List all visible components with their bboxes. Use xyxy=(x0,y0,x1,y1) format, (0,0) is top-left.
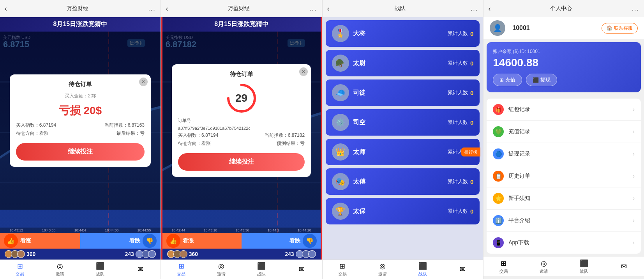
nav-item-trade-1[interactable]: ⊞ 交易 xyxy=(0,262,40,277)
modal-close-2[interactable]: ✕ xyxy=(299,67,308,76)
nav-item-trade-3[interactable]: ⊞ 交易 xyxy=(323,262,363,277)
time-tick-2e: 18:44:28 xyxy=(298,228,311,232)
contact-btn-label: 联系客服 xyxy=(614,25,633,32)
rank-card-3[interactable]: ⚙️ 司空 累计人数 0 xyxy=(326,109,480,136)
modal-close-1[interactable]: ✕ xyxy=(139,78,148,86)
team-label-4: 战队 xyxy=(580,268,588,274)
more-button-1[interactable]: ... xyxy=(148,5,155,12)
nav-item-msg-4[interactable]: ✉ xyxy=(604,262,644,272)
arrow-icon-2: › xyxy=(633,150,635,157)
trading-header-1: 8月15日涨跌竞猜中 xyxy=(0,17,161,32)
nav-item-invite-2[interactable]: ◎ 邀请 xyxy=(201,262,242,277)
back-button-1[interactable]: ‹ xyxy=(5,5,7,13)
app-title-2: 万盈财经 xyxy=(228,5,250,12)
status-bar-2: ‹ 万盈财经 ... xyxy=(161,0,322,17)
trading-panel-1: 8月15日涨跌竞猜中 美元指数 USD 6.8715 进行中 xyxy=(0,17,161,260)
invite-label-1: 邀请 xyxy=(56,271,64,277)
rank-card-0[interactable]: 🎖️ 大将 累计人数 0 xyxy=(326,20,480,47)
loss-text-1: 亏损 20$ xyxy=(16,103,145,118)
withdraw-label: 提现 xyxy=(540,76,550,83)
nav-item-invite-1[interactable]: ◎ 邀请 xyxy=(40,262,80,277)
bottom-nav-3: ⊞ 交易 ◎ 邀请 ⬛ 战队 ✉ xyxy=(323,260,483,279)
contact-service-btn[interactable]: 🏠 联系客服 xyxy=(602,23,638,34)
nav-item-msg-3[interactable]: ✉ xyxy=(443,265,483,274)
rank-card-2[interactable]: 🧢 司徒 累计人数 0 xyxy=(326,79,480,106)
panel-1: ‹ 万盈财经 ... 8月15日涨跌竞猜中 美元指数 USD 6.8715 进行… xyxy=(0,0,161,279)
back-button-3[interactable]: ‹ xyxy=(327,5,330,13)
rank-name-1: 太尉 xyxy=(353,59,365,67)
menu-item-tixian[interactable]: 🔵 提现记录 › xyxy=(487,143,641,165)
modal-title-2: 待仓订单 xyxy=(178,71,305,78)
more-button-4[interactable]: ... xyxy=(632,5,639,12)
rank-count-3: 0 xyxy=(470,119,473,126)
bull-count-1: 360 xyxy=(26,251,35,257)
nav-item-trade-4[interactable]: ⊞ 交易 xyxy=(483,259,524,274)
panel-4: ‹ 个人中心 ... 👤 10001 🏠 联系客服 账户余额 ($) ID: 1… xyxy=(483,0,644,279)
platform-icon: ℹ️ xyxy=(493,215,504,226)
bull-icon-2: 👍 xyxy=(166,234,180,248)
page-title-3: 战队 xyxy=(395,5,406,12)
continue-bet-btn-1[interactable]: 继续投注 xyxy=(16,143,145,161)
rank-avatar-1: 🪖 xyxy=(332,55,349,72)
rank-right-6: 累计人数 0 xyxy=(448,208,473,215)
service-icon: 🏠 xyxy=(607,25,612,31)
rank-badge-4[interactable]: 排行榜 xyxy=(461,148,480,157)
stats-left-2: 360 xyxy=(167,250,198,258)
bull-button-2[interactable]: 👍 看涨 xyxy=(162,233,242,249)
invite-icon-3: ◎ xyxy=(379,262,386,270)
nav-item-team-3[interactable]: ⬛ 战队 xyxy=(402,262,443,277)
modal-box-2: ✕ 待仓订单 29 订单号： a87ff679a2f3e71d9181a67b7… xyxy=(172,64,311,177)
stats-left-1: 360 xyxy=(5,250,35,258)
bear-button-2[interactable]: 看跌 👎 xyxy=(242,233,321,249)
rank-card-left-5: 🎭 太傅 xyxy=(332,173,365,190)
nav-item-team-2[interactable]: ⬛ 战队 xyxy=(242,262,282,277)
rank-right-2: 累计人数 0 xyxy=(448,89,473,96)
more-button-3[interactable]: ... xyxy=(471,5,478,12)
nav-item-team-4[interactable]: ⬛ 战队 xyxy=(564,259,604,274)
nav-item-msg-2[interactable]: ✉ xyxy=(282,265,322,274)
nav-item-trade-2[interactable]: ⊞ 交易 xyxy=(161,262,201,277)
arrow-icon-3: › xyxy=(633,173,635,180)
rank-card-4[interactable]: 👑 太师 累计人数 0 排行榜 xyxy=(326,139,480,165)
bull-button-1[interactable]: 👍 看涨 xyxy=(0,233,80,249)
menu-item-chongzhi[interactable]: 💚 充值记录 › xyxy=(487,121,641,143)
menu-item-newbie[interactable]: ⭐ 新手须知 › xyxy=(487,187,641,210)
rank-right-3: 累计人数 0 xyxy=(448,119,473,126)
nav-item-team-1[interactable]: ⬛ 战队 xyxy=(80,262,120,277)
avatar: 👤 xyxy=(490,20,505,36)
menu-item-hongbao[interactable]: 🎁 红包记录 › xyxy=(487,99,641,121)
nav-item-invite-4[interactable]: ◎ 邀请 xyxy=(524,259,564,274)
app-title-1: 万盈财经 xyxy=(67,5,88,12)
menu-item-platform[interactable]: ℹ️ 平台介绍 › xyxy=(487,210,641,232)
status-bar-1: ‹ 万盈财经 ... xyxy=(0,0,161,17)
modal-info-row-1a: 买入指数：6.87194 当前指数：6.87163 xyxy=(16,122,145,129)
rank-card-1[interactable]: 🪖 太尉 累计人数 0 xyxy=(326,50,480,76)
trade-icon-3: ⊞ xyxy=(339,262,345,270)
status-bar-4: ‹ 个人中心 ... xyxy=(483,0,644,17)
team-icon-1: ⬛ xyxy=(96,262,104,270)
rank-right-5: 累计人数 0 xyxy=(448,178,473,185)
arrow-icon-5: › xyxy=(633,217,635,224)
time-tick-1e: 18:44:55 xyxy=(138,228,151,232)
menu-item-app[interactable]: 📱 App下载 › xyxy=(487,232,641,254)
withdraw-btn[interactable]: ⬛ 提现 xyxy=(526,74,557,86)
continue-bet-btn-2[interactable]: 继续投注 xyxy=(178,153,305,171)
time-tick-2b: 18:43:10 xyxy=(203,228,217,232)
back-button-2[interactable]: ‹ xyxy=(166,5,168,13)
nav-item-msg-1[interactable]: ✉ xyxy=(120,265,161,274)
menu-item-history[interactable]: 📋 历史订单 › xyxy=(487,165,641,187)
charge-btn[interactable]: ⊞ 充值 xyxy=(493,74,522,86)
team-icon-3: ⬛ xyxy=(418,262,427,270)
nav-item-invite-3[interactable]: ◎ 邀请 xyxy=(362,262,402,277)
bear-button-1[interactable]: 看跌 👎 xyxy=(80,233,161,249)
rank-count-1: 0 xyxy=(470,60,473,67)
team-icon-2: ⬛ xyxy=(257,262,266,270)
back-button-4[interactable]: ‹ xyxy=(488,5,490,13)
page-title-4: 个人中心 xyxy=(550,5,572,12)
team-icon-4: ⬛ xyxy=(580,259,588,268)
more-button-2[interactable]: ... xyxy=(309,5,317,12)
rank-card-5[interactable]: 🎭 太傅 累计人数 0 xyxy=(326,168,480,195)
rank-card-6[interactable]: 🏆 太保 累计人数 0 xyxy=(326,198,480,224)
bear-count-2: 243 xyxy=(285,251,294,257)
mini-avatar xyxy=(180,250,187,258)
